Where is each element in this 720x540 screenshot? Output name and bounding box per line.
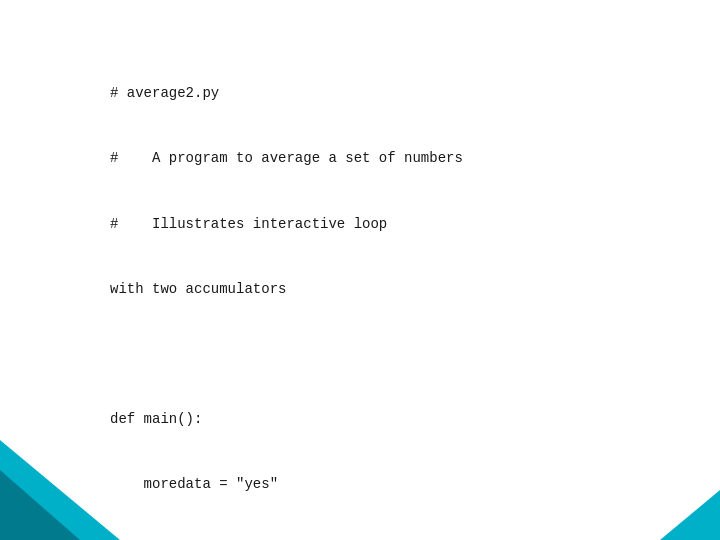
code-line-4: with two accumulators: [110, 279, 670, 301]
code-line-3: # Illustrates interactive loop: [110, 214, 670, 236]
code-line-1: # average2.py: [110, 83, 670, 105]
code-block: # average2.py # A program to average a s…: [110, 40, 670, 540]
code-line-7: moredata = "yes": [110, 474, 670, 496]
code-line-6: def main():: [110, 409, 670, 431]
code-line-2: # A program to average a set of numbers: [110, 148, 670, 170]
code-line-5: [110, 344, 670, 366]
